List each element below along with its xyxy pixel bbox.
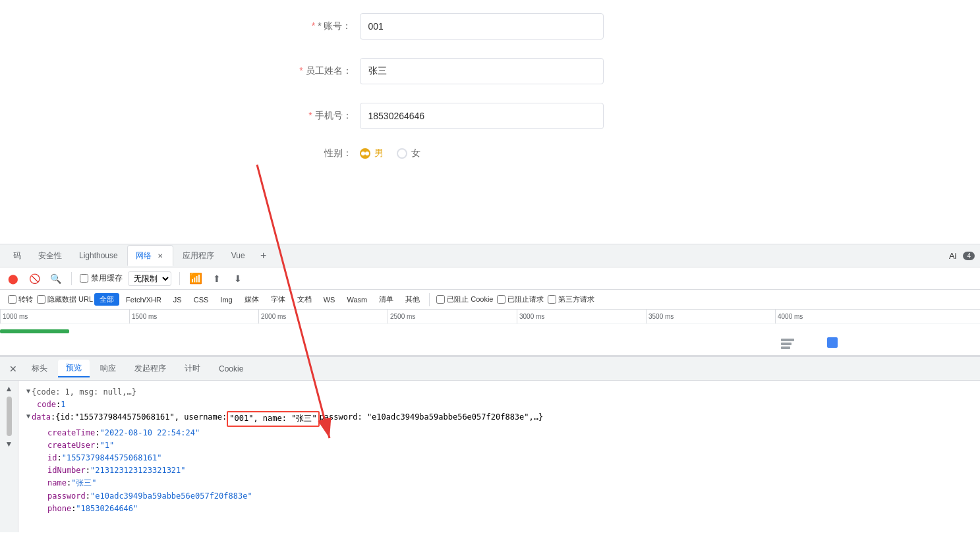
lower-panel-close[interactable]: ✕	[5, 361, 21, 377]
json-createuser-line: createUser : "1"	[26, 439, 972, 452]
gender-row: 性别： 男 女	[293, 148, 688, 159]
record-button[interactable]: ⬤	[5, 271, 21, 287]
json-data-line: ▼ data : {id: "1557379844575068161", use…	[26, 411, 972, 426]
tab-add-button[interactable]: +	[254, 246, 273, 265]
disable-cache-checkbox[interactable]: 禁用缓存	[80, 273, 123, 284]
tab-security[interactable]: 安全性	[30, 245, 70, 266]
tab-source[interactable]: 码	[5, 245, 29, 266]
tab-preview[interactable]: 预览	[58, 360, 90, 377]
tab-response[interactable]: 响应	[92, 360, 124, 377]
filter-bar: 转转 隐藏数据 URL 全部 Fetch/XHR JS CSS Img 媒体 字…	[0, 290, 980, 310]
gender-radio-group: 男 女	[360, 148, 420, 159]
toolbar-divider-1	[71, 272, 72, 285]
timeline-icon-2	[781, 343, 792, 345]
hide-url-checkbox[interactable]: 隐藏数据 URL	[37, 294, 93, 304]
phone-input[interactable]	[360, 103, 604, 129]
phone-label: * 手机号：	[293, 110, 352, 122]
devtools-badge: 4	[963, 252, 975, 260]
tab-headers[interactable]: 标头	[24, 360, 55, 377]
json-root-line: ▼ {code: 1, msg: null,…}	[26, 386, 972, 399]
tab-application[interactable]: 应用程序	[175, 245, 222, 266]
name-input[interactable]	[360, 58, 604, 84]
left-panel: ▲ ▼	[0, 381, 18, 532]
json-viewer-container: ▲ ▼ ▼ {code: 1, msg: null,…} code : 1 ▼ …	[0, 381, 980, 532]
filter-all[interactable]: 全部	[94, 293, 119, 306]
filter-js[interactable]: JS	[168, 294, 187, 305]
json-idnumber-line: idNumber : "213123123123321321"	[26, 464, 972, 477]
filter-img[interactable]: Img	[215, 294, 237, 305]
scroll-down-btn[interactable]: ▼	[4, 439, 14, 449]
filter-manifest[interactable]: 清单	[374, 293, 399, 306]
male-label: 男	[374, 148, 384, 159]
tab-initiator[interactable]: 发起程序	[127, 360, 174, 377]
tab-lighthouse[interactable]: Lighthouse	[71, 245, 126, 266]
timeline-blue-icon	[827, 337, 838, 348]
scroll-thumb-vertical	[7, 397, 12, 436]
tick-4000: 4000 ms	[775, 310, 803, 323]
tick-1000: 1000 ms	[0, 310, 28, 323]
tick-1500: 1500 ms	[129, 310, 157, 323]
json-password-line: password : "e10adc3949ba59abbe56e057f20f…	[26, 490, 972, 503]
waterfall-bar-green	[0, 329, 69, 333]
search-button[interactable]: 🔍	[47, 271, 63, 287]
lower-panel: ✕ 标头 预览 响应 发起程序 计时 Cookie ▲ ▼ ▼ {code: 1…	[0, 356, 980, 532]
scroll-up-btn[interactable]: ▲	[4, 383, 14, 394]
json-viewer[interactable]: ▼ {code: 1, msg: null,…} code : 1 ▼ data…	[18, 381, 980, 532]
female-radio-circle	[397, 148, 407, 159]
blocked-cookie-checkbox[interactable]: 已阻止 Cookie	[436, 294, 493, 304]
gender-label: 性别：	[293, 148, 352, 159]
json-createtime-line: createTime : "2022-08-10 22:54:24"	[26, 427, 972, 439]
female-label: 女	[411, 148, 420, 159]
devtools-tab-bar: 码 安全性 Lighthouse 网络 ✕ 应用程序 Vue + Ai 4	[0, 244, 980, 267]
filter-css[interactable]: CSS	[188, 294, 214, 305]
json-name-line: name : "张三"	[26, 477, 972, 489]
tick-3000: 3000 ms	[517, 310, 544, 323]
tab-network-close[interactable]: ✕	[156, 251, 165, 260]
account-label: * * 账号：	[293, 20, 352, 32]
timeline-icons	[781, 339, 794, 349]
network-toolbar: ⬤ 🚫 🔍 禁用缓存 无限制 📶 ⬆ ⬇	[0, 267, 980, 290]
toolbar-divider-2	[179, 272, 180, 285]
name-label: * 员工姓名：	[293, 65, 352, 77]
filter-other[interactable]: 其他	[400, 293, 425, 306]
filter-divider	[429, 293, 430, 306]
invert-checkbox[interactable]: 转转	[8, 294, 33, 304]
timeline-header: 1000 ms 1500 ms 2000 ms 2500 ms 3000 ms …	[0, 310, 980, 324]
wifi-icon[interactable]: 📶	[188, 271, 204, 287]
filter-font[interactable]: 字体	[266, 293, 291, 306]
third-party-checkbox[interactable]: 第三方请求	[548, 294, 594, 304]
form-area: * * 账号： * 员工姓名： * 手机号： 性别： 男	[0, 0, 980, 244]
gender-female-option[interactable]: 女	[397, 148, 420, 159]
tab-cookie[interactable]: Cookie	[211, 362, 251, 376]
lower-tabs: ✕ 标头 预览 响应 发起程序 计时 Cookie	[0, 357, 980, 381]
tab-timing[interactable]: 计时	[177, 360, 208, 377]
throttle-select[interactable]: 无限制	[128, 271, 171, 286]
timeline-requests	[0, 324, 980, 355]
upload-icon[interactable]: ⬆	[209, 271, 225, 287]
json-id-line: id : "1557379844575068161"	[26, 452, 972, 464]
json-code-line: code : 1	[26, 399, 972, 411]
tick-2500: 2500 ms	[388, 310, 415, 323]
male-radio-circle	[360, 148, 370, 159]
filter-ws[interactable]: WS	[318, 294, 341, 305]
json-phone-line: phone : "18530264646"	[26, 503, 972, 515]
phone-row: * 手机号：	[293, 103, 688, 129]
download-icon[interactable]: ⬇	[230, 271, 246, 287]
ai-label: Ai	[949, 251, 957, 261]
tick-3500: 3500 ms	[646, 310, 674, 323]
account-row: * * 账号：	[293, 13, 688, 40]
clear-button[interactable]: 🚫	[26, 271, 42, 287]
timeline-icon-1	[781, 339, 794, 341]
blocked-request-checkbox[interactable]: 已阻止请求	[497, 294, 544, 304]
filter-fetch-xhr[interactable]: Fetch/XHR	[121, 294, 167, 305]
timeline-area: 1000 ms 1500 ms 2000 ms 2500 ms 3000 ms …	[0, 310, 980, 356]
filter-media[interactable]: 媒体	[239, 293, 264, 306]
name-row: * 员工姓名：	[293, 58, 688, 84]
timeline-icon-3	[781, 346, 790, 349]
filter-wasm[interactable]: Wasm	[341, 294, 372, 305]
gender-male-option[interactable]: 男	[360, 148, 384, 159]
tab-vue[interactable]: Vue	[223, 245, 253, 266]
account-input[interactable]	[360, 13, 604, 40]
filter-doc[interactable]: 文档	[292, 293, 317, 306]
tab-network[interactable]: 网络 ✕	[127, 245, 173, 266]
